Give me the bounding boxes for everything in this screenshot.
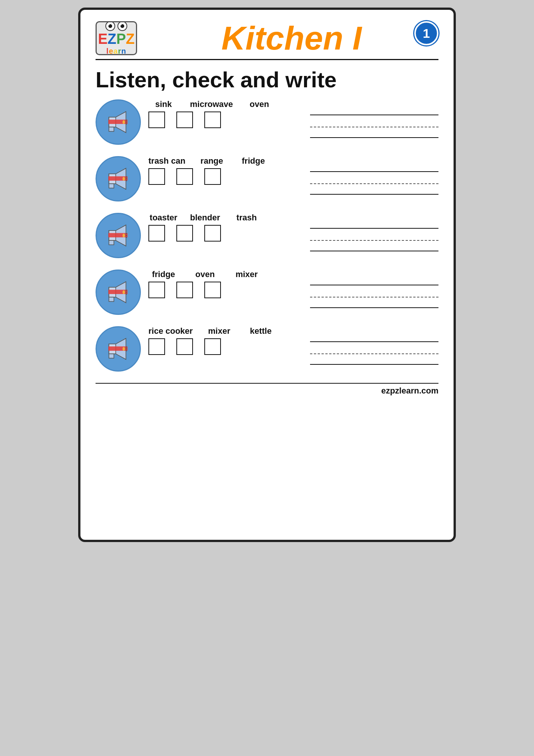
word-4-1: fridge (148, 270, 179, 279)
exercise-row-3: toaster blender trash (96, 213, 438, 258)
checkbox-row-2 (148, 168, 302, 185)
checkboxes-area-1: sink microwave oven (148, 99, 302, 128)
megaphone-1[interactable] (96, 99, 141, 145)
word-1-1: sink (148, 99, 179, 109)
logo-eyes (105, 21, 127, 31)
svg-point-4 (122, 120, 125, 124)
lines-area-4 (310, 270, 438, 308)
checkbox-row-3 (148, 225, 302, 242)
worksheet-page: EZ PZ learn Kitchen I 1 Listen, check an… (78, 8, 456, 542)
svg-point-13 (126, 176, 127, 177)
page-title: Kitchen I (145, 22, 438, 55)
write-line-5-top[interactable] (310, 330, 438, 342)
svg-point-22 (126, 235, 127, 236)
word-3-1: toaster (148, 213, 179, 223)
lines-area-2 (310, 156, 438, 195)
megaphone-4[interactable] (96, 270, 141, 315)
checkbox-1-1[interactable] (148, 112, 165, 128)
subtitle: Listen, check and write (96, 68, 438, 92)
svg-point-31 (126, 293, 127, 294)
svg-rect-19 (109, 240, 114, 245)
words-row-3: toaster blender trash (148, 213, 302, 223)
checkbox-3-3[interactable] (204, 225, 221, 242)
dashed-line-4[interactable] (310, 288, 438, 297)
write-line-2-bottom[interactable] (310, 187, 438, 195)
checkbox-row-5 (148, 338, 302, 355)
checkbox-3-2[interactable] (176, 225, 193, 242)
checkboxes-area-2: trash can range fridge (148, 156, 302, 185)
checkbox-1-2[interactable] (176, 112, 193, 128)
word-2-3: fridge (238, 156, 269, 166)
checkboxes-area-3: toaster blender trash (148, 213, 302, 242)
exercise-row-1: sink microwave oven (96, 99, 438, 145)
lines-area-5 (310, 326, 438, 365)
checkbox-5-3[interactable] (204, 338, 221, 355)
svg-point-12 (122, 177, 125, 181)
checkbox-4-2[interactable] (176, 282, 193, 298)
exercise-row-4: fridge oven mixer (96, 270, 438, 315)
website-label: ezpzlearn.com (381, 386, 438, 395)
checkbox-5-1[interactable] (148, 338, 165, 355)
megaphone-icon-3 (103, 222, 134, 249)
svg-point-7 (126, 123, 127, 124)
write-line-1-top[interactable] (310, 103, 438, 115)
word-5-3: kettle (245, 326, 276, 336)
lines-area-3 (310, 213, 438, 251)
megaphone-5[interactable] (96, 326, 141, 372)
checkboxes-area-5: rice cooker mixer kettle (148, 326, 302, 355)
svg-point-36 (122, 347, 125, 351)
word-3-3: trash (232, 213, 262, 223)
megaphone-icon-5 (103, 335, 134, 363)
dashed-line-5[interactable] (310, 345, 438, 354)
write-line-3-bottom[interactable] (310, 244, 438, 251)
svg-point-37 (126, 346, 127, 347)
svg-point-23 (126, 237, 127, 238)
words-row-2: trash can range fridge (148, 156, 302, 166)
checkbox-2-1[interactable] (148, 168, 165, 185)
checkbox-5-2[interactable] (176, 338, 193, 355)
left-eye (105, 21, 115, 31)
write-line-3-top[interactable] (310, 217, 438, 229)
megaphone-2[interactable] (96, 156, 141, 201)
right-eye (117, 21, 127, 31)
svg-point-39 (126, 350, 127, 351)
logo-area: EZ PZ learn (96, 21, 137, 55)
megaphone-icon-1 (103, 108, 134, 136)
checkbox-2-3[interactable] (204, 168, 221, 185)
header-divider (96, 59, 438, 60)
checkbox-1-3[interactable] (204, 112, 221, 128)
dashed-line-3[interactable] (310, 232, 438, 241)
words-row-1: sink microwave oven (148, 99, 302, 109)
svg-rect-35 (109, 354, 114, 358)
megaphone-icon-4 (103, 279, 134, 306)
write-line-2-top[interactable] (310, 160, 438, 172)
checkbox-row-4 (148, 282, 302, 298)
svg-rect-3 (109, 127, 114, 131)
words-row-5: rice cooker mixer kettle (148, 326, 302, 336)
write-line-1-bottom[interactable] (310, 130, 438, 138)
checkboxes-area-4: fridge oven mixer (148, 270, 302, 298)
exercise-row-5: rice cooker mixer kettle (96, 326, 438, 372)
svg-point-6 (126, 121, 127, 122)
megaphone-3[interactable] (96, 213, 141, 258)
checkbox-3-1[interactable] (148, 225, 165, 242)
logo-letters: EZ PZ (98, 32, 134, 46)
dashed-line-2[interactable] (310, 175, 438, 184)
word-5-1: rice cooker (148, 326, 193, 336)
checkbox-2-2[interactable] (176, 168, 193, 185)
write-line-5-bottom[interactable] (310, 357, 438, 365)
write-line-4-top[interactable] (310, 273, 438, 285)
dashed-line-1[interactable] (310, 118, 438, 127)
write-line-4-bottom[interactable] (310, 301, 438, 308)
lines-area-1 (310, 99, 438, 138)
checkbox-4-3[interactable] (204, 282, 221, 298)
eye-shine (120, 23, 122, 25)
svg-point-5 (126, 119, 127, 121)
word-2-1: trash can (148, 156, 185, 166)
checkbox-4-1[interactable] (148, 282, 165, 298)
page-number-badge: 1 (414, 21, 438, 45)
logo-ez: EZ (98, 32, 116, 46)
megaphone-icon-2 (103, 165, 134, 192)
eye-shine (108, 23, 110, 25)
svg-point-14 (126, 178, 127, 179)
